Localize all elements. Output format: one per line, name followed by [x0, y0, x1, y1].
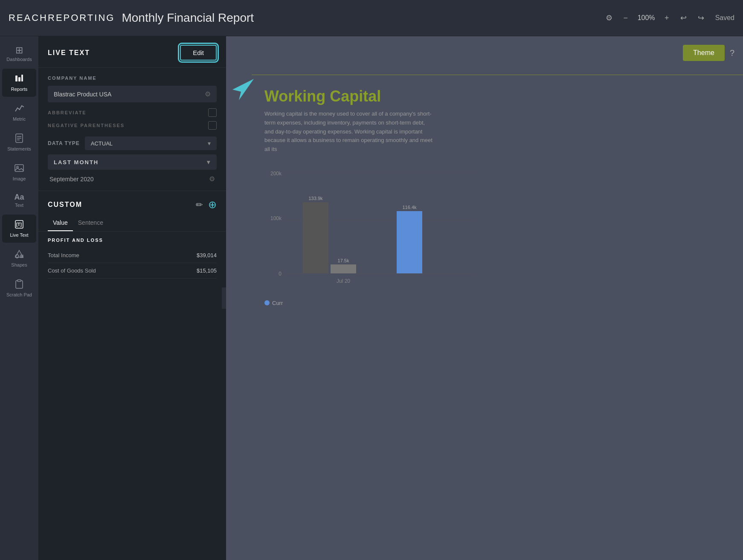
sidebar-item-label: Reports — [11, 87, 28, 92]
chevron-down-icon: ▾ — [207, 159, 211, 165]
table-row: Cost of Goods Sold $15,105 — [48, 263, 217, 279]
chart-legend: Curr — [264, 300, 730, 306]
sidebar-item-label: Dashboards — [6, 57, 32, 62]
help-icon[interactable]: ? — [730, 48, 734, 58]
negative-parentheses-label: NEGATIVE PARENTHESES — [48, 123, 125, 128]
redo-button[interactable]: ↪ — [694, 12, 708, 24]
svg-text:133.9k: 133.9k — [308, 196, 323, 201]
settings-button[interactable]: ⚙ — [602, 12, 616, 24]
data-type-label: DATA TYPE — [48, 140, 80, 146]
company-name-value: Blastrac Product USA — [54, 91, 111, 98]
svg-text:0: 0 — [279, 271, 282, 277]
reports-icon — [15, 74, 24, 85]
tab-sentence[interactable]: Sentence — [73, 216, 108, 231]
abbreviate-checkbox[interactable] — [208, 108, 217, 117]
svg-rect-7 — [15, 165, 23, 171]
sidebar-item-label: Text — [15, 203, 23, 208]
company-gear-icon[interactable]: ⚙ — [205, 90, 211, 98]
sidebar-item-scratch-pad[interactable]: Scratch Pad — [2, 274, 36, 302]
sidebar-item-dashboards[interactable]: ⊞ Dashboards — [2, 41, 36, 67]
company-name-row: Blastrac Product USA ⚙ — [48, 86, 217, 102]
sidebar-item-shapes[interactable]: Shapes — [2, 244, 36, 273]
chart-description: Working capital is the money used to cov… — [264, 110, 435, 154]
panel-title: LIVE TEXT — [48, 49, 90, 57]
date-value: September 2020 — [49, 176, 94, 183]
svg-rect-12 — [20, 255, 23, 258]
metric-icon — [15, 104, 24, 115]
zoom-out-button[interactable]: − — [620, 12, 632, 24]
legend-label-curr: Curr — [272, 300, 283, 306]
svg-marker-16 — [232, 79, 254, 100]
zoom-in-button[interactable]: + — [661, 12, 673, 24]
chart-title: Working Capital — [264, 87, 730, 105]
live-text-icon: [T] — [15, 220, 24, 231]
svg-rect-0 — [15, 75, 17, 81]
data-type-dropdown[interactable]: ACTUAL ▾ — [85, 136, 217, 150]
edit-button[interactable]: Edit — [180, 45, 217, 61]
svg-text:[T]: [T] — [16, 222, 22, 227]
custom-edit-button[interactable]: ✏ — [196, 200, 203, 210]
negative-parentheses-checkbox[interactable] — [208, 121, 217, 130]
sidebar-item-metric[interactable]: Metric — [2, 99, 36, 127]
text-icon: Aa — [14, 193, 24, 201]
table-row: Total Income $39,014 — [48, 248, 217, 263]
panel-collapse-handle[interactable]: ‹ — [222, 287, 226, 309]
separator-line — [252, 75, 743, 75]
left-sidebar: ⊞ Dashboards Reports Metric — [0, 36, 38, 560]
tab-value[interactable]: Value — [48, 216, 73, 231]
company-section: COMPANY NAME Blastrac Product USA ⚙ ABBR… — [38, 68, 226, 191]
date-row: September 2020 ⚙ — [48, 175, 217, 183]
scratch-pad-icon — [15, 279, 23, 290]
date-gear-icon[interactable]: ⚙ — [209, 175, 215, 183]
custom-add-button[interactable]: ⊕ — [208, 199, 217, 211]
company-section-title: COMPANY NAME — [48, 75, 217, 81]
row-label: Cost of Goods Sold — [48, 267, 96, 274]
legend-item-curr: Curr — [264, 300, 283, 306]
row-value: $15,105 — [197, 267, 217, 274]
chart-area: Working Capital Working capital is the m… — [252, 79, 743, 560]
chevron-down-icon: ▾ — [208, 140, 211, 147]
row-value: $39,014 — [197, 252, 217, 258]
sidebar-item-live-text[interactable]: [T] Live Text — [2, 215, 36, 243]
sidebar-item-image[interactable]: Image — [2, 158, 36, 186]
profit-loss-title: PROFIT AND LOSS — [48, 238, 217, 243]
svg-text:100k: 100k — [270, 215, 282, 221]
panel-header: LIVE TEXT Edit — [38, 36, 226, 68]
row-label: Total Income — [48, 252, 79, 258]
bar-1 — [303, 202, 328, 273]
theme-button[interactable]: Theme — [683, 45, 725, 61]
svg-text:200k: 200k — [270, 171, 282, 177]
live-text-panel: LIVE TEXT Edit COMPANY NAME Blastrac Pro… — [38, 36, 226, 560]
bar-2 — [331, 264, 356, 273]
profit-loss-table: PROFIT AND LOSS Total Income $39,014 Cos… — [38, 238, 226, 279]
sidebar-item-label: Live Text — [10, 232, 28, 238]
bar-3 — [397, 211, 422, 273]
period-dropdown[interactable]: LAST MONTH ▾ — [48, 154, 217, 170]
sidebar-item-label: Statements — [7, 146, 31, 151]
svg-text:116.4k: 116.4k — [402, 205, 417, 210]
top-bar: REACHREPORTING Monthly Financial Report … — [0, 0, 743, 36]
svg-rect-2 — [21, 75, 23, 81]
image-icon — [15, 163, 24, 174]
abbreviate-row: ABBREVIATE — [48, 108, 217, 117]
bar-chart: 200k 100k 0 133.9k 17.5k — [264, 167, 478, 295]
checkbox-rows: ABBREVIATE NEGATIVE PARENTHESES — [48, 108, 217, 130]
undo-button[interactable]: ↩ — [677, 12, 690, 24]
report-title: Monthly Financial Report — [122, 11, 595, 25]
svg-text:Jul 20: Jul 20 — [337, 278, 350, 284]
custom-section-title: CUSTOM — [48, 201, 82, 209]
sidebar-item-reports[interactable]: Reports — [2, 69, 36, 97]
sidebar-item-label: Image — [13, 176, 26, 181]
zoom-value: 100% — [636, 14, 657, 22]
main-layout: ⊞ Dashboards Reports Metric — [0, 36, 743, 560]
legend-dot-curr — [264, 300, 270, 305]
saved-label: Saved — [715, 14, 734, 22]
sidebar-item-statements[interactable]: Statements — [2, 128, 36, 157]
top-controls: ⚙ − 100% + ↩ ↪ Saved — [602, 12, 734, 24]
sidebar-item-label: Shapes — [11, 262, 27, 267]
sidebar-item-text[interactable]: Aa Text — [2, 188, 36, 213]
data-type-row: DATA TYPE ACTUAL ▾ — [48, 136, 217, 150]
svg-text:17.5k: 17.5k — [338, 258, 349, 263]
svg-rect-15 — [17, 280, 21, 281]
svg-rect-1 — [18, 77, 20, 81]
